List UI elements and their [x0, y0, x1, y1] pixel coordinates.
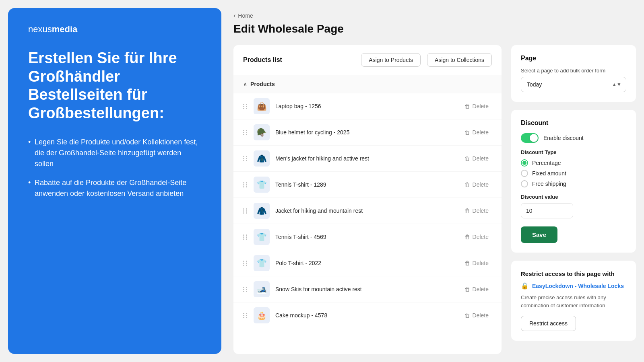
delete-product-button[interactable]: 🗑Delete	[461, 154, 492, 163]
left-panel: nexusmedia Erstellen Sie für Ihre Großhä…	[8, 8, 221, 354]
product-name: Polo T-shirt - 2022	[275, 260, 456, 266]
drag-handle[interactable]	[243, 130, 248, 135]
delete-label: Delete	[473, 155, 489, 162]
delete-product-button[interactable]: 🗑Delete	[461, 258, 492, 268]
discount-type-group: Percentage Fixed amount Free shipping	[521, 159, 626, 187]
product-name: Snow Skis for mountain active rest	[275, 286, 456, 292]
enable-discount-toggle[interactable]	[521, 133, 539, 143]
delete-product-button[interactable]: 🗑Delete	[461, 311, 492, 320]
page-title: Edit Wholesale Page	[233, 23, 636, 35]
product-name: Cake mockup - 4578	[275, 312, 456, 319]
restrict-link-row: 🔒 EasyLockdown - Wholesale Locks	[521, 282, 626, 290]
product-image	[254, 150, 270, 167]
delete-label: Delete	[473, 234, 489, 240]
product-row: Laptop bag - 1256🗑Delete	[233, 93, 502, 119]
product-row: Jacket for hiking and mountain rest🗑Dele…	[233, 198, 502, 224]
left-panel-bullets: Legen Sie die Produkte und/oder Kollekti…	[28, 137, 201, 207]
discount-section-title: Discount	[521, 119, 626, 127]
drag-handle[interactable]	[243, 234, 248, 240]
radio-circle-fixed	[521, 170, 528, 177]
delete-label: Delete	[473, 181, 489, 188]
drag-handle[interactable]	[243, 104, 248, 109]
page-card: Page Select a page to add bulk order for…	[511, 45, 636, 102]
product-row: Cake mockup - 4578🗑Delete	[233, 302, 502, 328]
restrict-description: Create precise access rules with any com…	[521, 294, 626, 309]
page-select-wrapper: Today Yesterday This Week ▲▼	[521, 77, 626, 92]
product-row: Tennis T-shirt - 4569🗑Delete	[233, 224, 502, 250]
right-content: ‹ Home Edit Wholesale Page Products list…	[221, 0, 644, 362]
delete-label: Delete	[473, 312, 489, 319]
product-row: Tennis T-shirt - 1289🗑Delete	[233, 172, 502, 198]
drag-handle[interactable]	[243, 208, 248, 214]
delete-product-button[interactable]: 🗑Delete	[461, 180, 492, 189]
assign-products-button[interactable]: Asign to Products	[361, 53, 421, 67]
trash-icon: 🗑	[464, 155, 470, 162]
products-section-title: Products	[250, 81, 275, 87]
drag-handle[interactable]	[243, 156, 248, 161]
chevron-up-icon: ∧	[243, 81, 247, 87]
product-name: Jacket for hiking and mountain rest	[275, 208, 456, 214]
product-row: Men's jacket for hiking and active rest🗑…	[233, 146, 502, 172]
drag-handle[interactable]	[243, 261, 248, 266]
page-select[interactable]: Today Yesterday This Week	[521, 77, 626, 92]
delete-label: Delete	[473, 286, 489, 292]
page-select-label: Select a page to add bulk order form	[521, 68, 626, 74]
delete-product-button[interactable]: 🗑Delete	[461, 206, 492, 216]
delete-product-button[interactable]: 🗑Delete	[461, 232, 492, 242]
radio-label-shipping: Free shipping	[532, 181, 566, 187]
product-image	[254, 281, 270, 297]
delete-label: Delete	[473, 208, 489, 214]
product-row: Snow Skis for mountain active rest🗑Delet…	[233, 276, 502, 302]
delete-product-button[interactable]: 🗑Delete	[461, 128, 492, 137]
trash-icon: 🗑	[464, 181, 470, 188]
restrict-link[interactable]: EasyLockdown - Wholesale Locks	[532, 283, 624, 289]
delete-label: Delete	[473, 103, 489, 109]
lock-icon: 🔒	[521, 282, 529, 290]
radio-fixed-amount[interactable]: Fixed amount	[521, 170, 626, 177]
toggle-knob	[530, 134, 538, 142]
discount-value-label: Discount value	[521, 194, 626, 200]
restrict-access-button[interactable]: Restrict access	[521, 316, 576, 331]
delete-label: Delete	[473, 129, 489, 136]
save-button[interactable]: Save	[521, 226, 557, 243]
product-image	[254, 307, 270, 323]
left-panel-heading: Erstellen Sie für Ihre Großhändler Beste…	[28, 49, 201, 122]
product-image	[254, 98, 270, 114]
right-sidebar: Page Select a page to add bulk order for…	[511, 45, 636, 354]
enable-discount-row: Enable discount	[521, 133, 626, 143]
discount-value-input[interactable]	[521, 204, 573, 218]
delete-product-button[interactable]: 🗑Delete	[461, 284, 492, 294]
breadcrumb[interactable]: ‹ Home	[233, 12, 636, 19]
drag-handle[interactable]	[243, 287, 248, 292]
products-header: Products list Asign to Products Asign to…	[233, 45, 502, 75]
trash-icon: 🗑	[464, 208, 470, 214]
drag-handle[interactable]	[243, 313, 248, 318]
radio-circle-percentage	[521, 159, 528, 167]
left-panel-bullet-2: Rabatte auf die Produkte der Großhandel-…	[28, 177, 201, 199]
radio-free-shipping[interactable]: Free shipping	[521, 180, 626, 187]
assign-collections-button[interactable]: Asign to Collections	[427, 53, 492, 67]
product-name: Blue helmet for cycling - 2025	[275, 129, 456, 136]
main-area: Products list Asign to Products Asign to…	[233, 45, 636, 354]
trash-icon: 🗑	[464, 286, 470, 292]
restrict-card: Restrict access to this page with 🔒 Easy…	[511, 261, 636, 341]
product-image	[254, 177, 270, 193]
discount-card: Discount Enable discount Discount Type P…	[511, 110, 636, 253]
radio-percentage[interactable]: Percentage	[521, 159, 626, 167]
trash-icon: 🗑	[464, 103, 470, 109]
logo: nexusmedia	[28, 24, 201, 35]
product-name: Laptop bag - 1256	[275, 103, 456, 109]
restrict-title: Restrict access to this page with	[521, 270, 626, 277]
products-section-header: ∧ Products	[233, 75, 502, 93]
trash-icon: 🗑	[464, 260, 470, 266]
logo-text-regular: nexus	[28, 24, 52, 34]
products-list-title: Products list	[243, 56, 355, 64]
delete-product-button[interactable]: 🗑Delete	[461, 101, 492, 111]
product-row: Blue helmet for cycling - 2025🗑Delete	[233, 119, 502, 146]
breadcrumb-chevron-icon: ‹	[233, 12, 235, 19]
trash-icon: 🗑	[464, 234, 470, 240]
drag-handle[interactable]	[243, 182, 248, 187]
radio-label-percentage: Percentage	[532, 160, 561, 166]
trash-icon: 🗑	[464, 312, 470, 319]
page-section-title: Page	[521, 55, 626, 62]
